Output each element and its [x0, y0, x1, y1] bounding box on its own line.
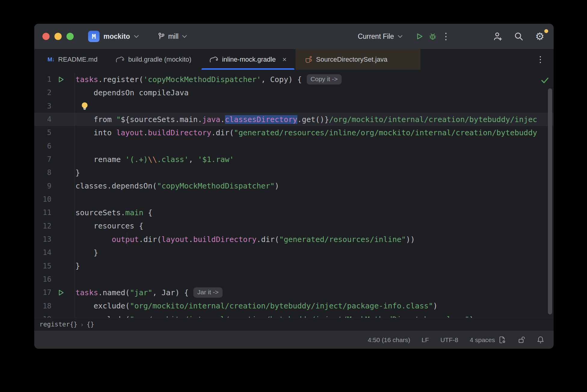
- line-number[interactable]: 15: [34, 262, 51, 270]
- line-number[interactable]: 6: [34, 142, 51, 150]
- code-text: exclude("org/mockito/internal/creation/b…: [75, 315, 474, 318]
- breadcrumb-item[interactable]: register{}: [39, 321, 77, 328]
- code-with-me-button[interactable]: [491, 30, 504, 43]
- line-number[interactable]: 8: [34, 168, 51, 177]
- code-line[interactable]: 15}: [34, 259, 554, 273]
- line-separator[interactable]: LF: [422, 336, 429, 344]
- inlay-hint[interactable]: Copy it ->: [307, 74, 342, 84]
- scrollbar-thumb[interactable]: [548, 88, 552, 314]
- code-line[interactable]: 16: [34, 273, 554, 286]
- line-number[interactable]: 9: [34, 182, 51, 190]
- minimize-window-button[interactable]: [54, 33, 62, 40]
- chevron-down-icon: [398, 35, 403, 38]
- tab-sourcedirectoryset[interactable]: SourceDirectorySet.java: [296, 49, 420, 70]
- code-line[interactable]: 10: [34, 193, 554, 206]
- code-line[interactable]: 5 into layout.buildDirectory.dir("genera…: [34, 126, 554, 139]
- line-number[interactable]: 10: [34, 195, 51, 204]
- tabbar-spacer: [420, 49, 536, 70]
- code-line[interactable]: 6: [34, 139, 554, 153]
- gutter[interactable]: 12: [34, 219, 75, 233]
- line-number[interactable]: 13: [34, 235, 51, 243]
- code-text: rename '(.+)\\.class', '$1.raw': [75, 155, 234, 164]
- gutter[interactable]: 11: [34, 206, 75, 219]
- line-number[interactable]: 5: [34, 128, 51, 137]
- line-number[interactable]: 1: [34, 75, 51, 84]
- branch-widget[interactable]: mill: [158, 32, 187, 41]
- gutter[interactable]: 18: [34, 299, 75, 313]
- line-number[interactable]: 14: [34, 248, 51, 257]
- close-tab-icon[interactable]: ×: [282, 55, 287, 64]
- code-line[interactable]: 13 output.dir(layout.buildDirectory.dir(…: [34, 233, 554, 246]
- gutter[interactable]: 17: [34, 286, 75, 299]
- code-line[interactable]: 8}: [34, 166, 554, 179]
- run-configuration-selector[interactable]: Current File: [358, 32, 403, 41]
- gutter[interactable]: 3: [34, 100, 75, 113]
- run-button[interactable]: [413, 30, 426, 43]
- breadcrumb-item[interactable]: {}: [87, 321, 94, 328]
- gutter[interactable]: 6: [34, 139, 75, 153]
- tab-inline-mock-gradle[interactable]: inline-mock.gradle ×: [200, 49, 296, 70]
- play-icon: [416, 32, 423, 40]
- gutter[interactable]: 4: [34, 113, 75, 126]
- gutter[interactable]: 2: [34, 86, 75, 99]
- gutter[interactable]: 16: [34, 273, 75, 286]
- line-number[interactable]: 18: [34, 302, 51, 310]
- gutter[interactable]: 8: [34, 166, 75, 179]
- gutter[interactable]: 1: [34, 73, 75, 86]
- line-number[interactable]: 7: [34, 155, 51, 164]
- gutter[interactable]: 7: [34, 153, 75, 166]
- run-gutter-icon[interactable]: [57, 289, 65, 296]
- gutter[interactable]: 10: [34, 193, 75, 206]
- close-window-button[interactable]: [42, 33, 50, 40]
- line-number[interactable]: 3: [34, 102, 51, 110]
- file-gear-icon: [498, 336, 506, 344]
- gutter[interactable]: 5: [34, 126, 75, 139]
- code-line[interactable]: 12 resources {: [34, 219, 554, 233]
- gutter[interactable]: 19: [34, 313, 75, 318]
- code-line[interactable]: 1tasks.register('copyMockMethodDispatche…: [34, 73, 554, 86]
- tab-options-button[interactable]: ⋮: [536, 49, 554, 70]
- tab-readme[interactable]: M↓ README.md: [34, 49, 106, 70]
- notifications-button[interactable]: [536, 336, 545, 344]
- code-line[interactable]: 7 rename '(.+)\\.class', '$1.raw': [34, 153, 554, 166]
- project-widget[interactable]: M mockito: [88, 31, 139, 42]
- code-line[interactable]: 14 }: [34, 246, 554, 259]
- line-number[interactable]: 12: [34, 222, 51, 230]
- code-line[interactable]: 2 dependsOn compileJava: [34, 86, 554, 99]
- file-lock-button[interactable]: [518, 336, 525, 344]
- gutter[interactable]: 9: [34, 179, 75, 193]
- run-gutter-icon[interactable]: [57, 76, 65, 83]
- code-line[interactable]: 19 exclude("org/mockito/internal/creatio…: [34, 313, 554, 318]
- debug-button[interactable]: [426, 30, 439, 43]
- caret-position[interactable]: 4:50 (16 chars): [368, 336, 410, 344]
- code-line[interactable]: 11sourceSets.main {: [34, 206, 554, 219]
- line-number[interactable]: 19: [34, 315, 51, 318]
- search-everywhere-button[interactable]: [512, 30, 525, 43]
- settings-button[interactable]: ⚙: [533, 30, 546, 43]
- code-line[interactable]: 17tasks.named("jar", Jar) {Jar it ->: [34, 286, 554, 299]
- line-number[interactable]: 4: [34, 115, 51, 124]
- line-number[interactable]: 16: [34, 275, 51, 283]
- line-number[interactable]: 2: [34, 88, 51, 97]
- code-style-config-button[interactable]: [498, 336, 506, 344]
- inlay-hint[interactable]: Jar it ->: [193, 287, 223, 298]
- indent-setting[interactable]: 4 spaces: [470, 336, 495, 344]
- gutter[interactable]: 13: [34, 233, 75, 246]
- code-line[interactable]: 3: [34, 100, 554, 113]
- project-name: mockito: [103, 32, 130, 41]
- gutter[interactable]: 15: [34, 259, 75, 273]
- code-line[interactable]: 4 from "${sourceSets.main.java.classesDi…: [34, 113, 554, 126]
- more-actions-button[interactable]: ⋮: [439, 30, 453, 43]
- inspections-ok-icon[interactable]: [541, 77, 549, 84]
- code-line[interactable]: 9classes.dependsOn("copyMockMethodDispat…: [34, 179, 554, 193]
- gutter[interactable]: 14: [34, 246, 75, 259]
- zoom-window-button[interactable]: [66, 33, 74, 40]
- code-line[interactable]: 18 exclude("org/mockito/internal/creatio…: [34, 299, 554, 313]
- code-text: }: [75, 168, 80, 177]
- lightbulb-icon[interactable]: [81, 102, 88, 110]
- file-encoding[interactable]: UTF-8: [440, 336, 458, 344]
- code-editor[interactable]: 1tasks.register('copyMockMethodDispatche…: [34, 70, 554, 318]
- line-number[interactable]: 11: [34, 208, 51, 217]
- tab-build-gradle[interactable]: build.gradle (mockito): [106, 49, 200, 70]
- line-number[interactable]: 17: [34, 288, 51, 297]
